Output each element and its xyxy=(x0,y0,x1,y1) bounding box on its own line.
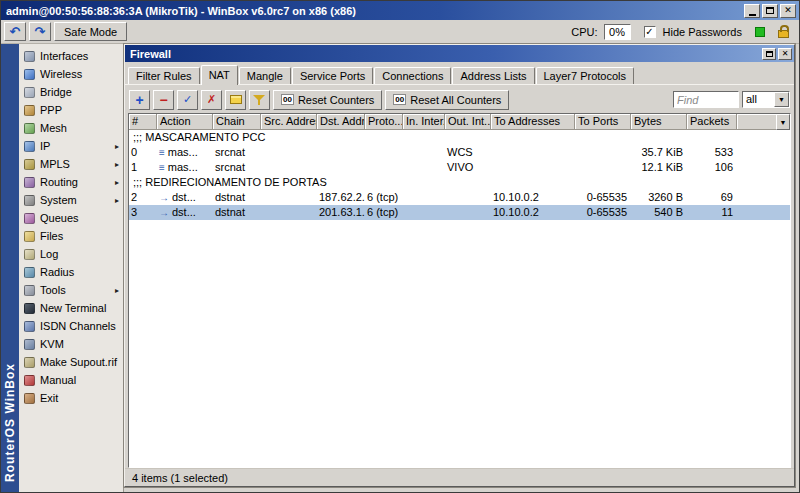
sidebar-item-interfaces[interactable]: Interfaces xyxy=(19,47,123,65)
table-row[interactable]: 2 →dst... dstnat 187.62.2... 6 (tcp) 10.… xyxy=(129,190,790,205)
sidebar-item-exit[interactable]: Exit xyxy=(19,389,123,407)
sidebar-item-radius[interactable]: Radius xyxy=(19,263,123,281)
table-row[interactable]: 0 ≡mas... srcnat WCS 35.7 KiB 533 xyxy=(129,145,790,160)
tab-filter-rules[interactable]: Filter Rules xyxy=(128,67,200,84)
filter-dropdown[interactable]: all ▼ xyxy=(742,91,790,108)
tab-service-ports[interactable]: Service Ports xyxy=(292,67,373,84)
minimize-button[interactable] xyxy=(744,4,760,18)
masquerade-icon: ≡ xyxy=(159,160,165,175)
tab-connections[interactable]: Connections xyxy=(374,67,451,84)
sidebar-item-label: PPP xyxy=(40,104,62,116)
sidebar-item-wireless[interactable]: Wireless xyxy=(19,65,123,83)
col-to-ports[interactable]: To Ports xyxy=(575,114,631,130)
comment-row[interactable]: ;;; REDIRECIONAMENTO DE PORTAS xyxy=(129,175,790,190)
table-row-selected[interactable]: 3 →dst... dstnat 201.63.1... 6 (tcp) 10.… xyxy=(129,205,790,220)
sidebar-item-label: Make Supout.rif xyxy=(40,356,117,368)
minus-icon: − xyxy=(159,93,167,107)
main-toolbar: ↶ ↷ Safe Mode CPU: 0% ✓ Hide Passwords xyxy=(1,20,799,44)
sidebar-item-label: Files xyxy=(40,230,63,242)
cpu-value: 0% xyxy=(604,24,631,40)
sidebar-item-manual[interactable]: Manual xyxy=(19,371,123,389)
col-action[interactable]: Action xyxy=(157,114,213,130)
workspace: Firewall ✕ Filter Rules NAT Mangle Servi… xyxy=(124,44,799,492)
ip-icon xyxy=(24,141,35,152)
col-out-interface[interactable]: Out. Int... xyxy=(445,114,491,130)
add-rule-button[interactable]: + xyxy=(129,90,150,110)
sidebar-item-ppp[interactable]: PPP xyxy=(19,101,123,119)
comment-row[interactable]: ;;; MASCARAMENTO PCC xyxy=(129,130,790,145)
sidebar-item-kvm[interactable]: KVM xyxy=(19,335,123,353)
sidebar-item-bridge[interactable]: Bridge xyxy=(19,83,123,101)
firewall-maximize-button[interactable] xyxy=(762,48,776,60)
sidebar-item-new-terminal[interactable]: New Terminal xyxy=(19,299,123,317)
terminal-icon xyxy=(24,303,35,314)
sidebar-item-make-supout[interactable]: Make Supout.rif xyxy=(19,353,123,371)
submenu-arrow-icon: ▸ xyxy=(115,286,119,295)
cell-protocol: 6 (tcp) xyxy=(365,190,403,205)
col-dst-address[interactable]: Dst. Addr... xyxy=(317,114,365,130)
col-to-addresses[interactable]: To Addresses xyxy=(491,114,575,130)
column-select-button[interactable]: ▼ xyxy=(776,114,790,130)
sidebar-item-isdn-channels[interactable]: ISDN Channels xyxy=(19,317,123,335)
sidebar-item-ip[interactable]: IP▸ xyxy=(19,137,123,155)
tab-layer7-protocols[interactable]: Layer7 Protocols xyxy=(536,67,635,84)
tab-nat[interactable]: NAT xyxy=(201,65,238,85)
chevron-down-icon[interactable]: ▼ xyxy=(774,92,789,107)
cell-src-address xyxy=(261,205,317,220)
reset-all-counters-button[interactable]: 00 Reset All Counters xyxy=(385,90,509,110)
maximize-icon xyxy=(766,7,774,14)
kvm-icon xyxy=(24,339,35,350)
cell-to-ports xyxy=(575,160,631,175)
sidebar-item-mpls[interactable]: MPLS▸ xyxy=(19,155,123,173)
tab-mangle[interactable]: Mangle xyxy=(239,67,291,84)
col-in-interface[interactable]: In. Inter... xyxy=(403,114,445,130)
redo-button[interactable]: ↷ xyxy=(29,22,51,41)
undo-button[interactable]: ↶ xyxy=(4,22,26,41)
sidebar-item-queues[interactable]: Queues xyxy=(19,209,123,227)
col-chain[interactable]: Chain xyxy=(213,114,261,130)
cell-in-interface xyxy=(403,160,445,175)
sidebar-item-system[interactable]: System▸ xyxy=(19,191,123,209)
enable-rule-button[interactable]: ✓ xyxy=(177,90,198,110)
cell-to-addresses: 10.10.0.2 xyxy=(491,190,575,205)
wireless-icon xyxy=(24,69,35,80)
col-src-address[interactable]: Src. Address xyxy=(261,114,317,130)
reset-counters-button[interactable]: 00 Reset Counters xyxy=(273,90,382,110)
sidebar-item-mesh[interactable]: Mesh xyxy=(19,119,123,137)
brand-text: RouterOS WinBox xyxy=(3,363,17,482)
action-text: mas... xyxy=(168,145,198,160)
sidebar-item-routing[interactable]: Routing▸ xyxy=(19,173,123,191)
comment-button[interactable] xyxy=(225,90,246,110)
sidebar-item-tools[interactable]: Tools▸ xyxy=(19,281,123,299)
submenu-arrow-icon: ▸ xyxy=(115,178,119,187)
cell-filler xyxy=(737,190,790,205)
table-row[interactable]: 1 ≡mas... srcnat VIVO 12.1 KiB 106 xyxy=(129,160,790,175)
col-bytes[interactable]: Bytes xyxy=(631,114,687,130)
firewall-close-button[interactable]: ✕ xyxy=(778,48,792,60)
col-packets[interactable]: Packets xyxy=(687,114,737,130)
action-text: mas... xyxy=(168,160,198,175)
cell-action: →dst... xyxy=(157,205,213,220)
col-protocol[interactable]: Proto... xyxy=(365,114,403,130)
close-button[interactable]: ✕ xyxy=(780,4,796,18)
hide-passwords-checkbox[interactable]: ✓ xyxy=(644,26,656,38)
remove-rule-button[interactable]: − xyxy=(153,90,174,110)
safe-mode-button[interactable]: Safe Mode xyxy=(54,22,127,41)
sidebar-item-log[interactable]: Log xyxy=(19,245,123,263)
sidebar-item-label: KVM xyxy=(40,338,64,350)
sidebar-item-label: Exit xyxy=(40,392,58,404)
cell-packets: 11 xyxy=(687,205,737,220)
tab-address-lists[interactable]: Address Lists xyxy=(452,67,534,84)
find-input[interactable] xyxy=(673,91,739,108)
mesh-icon xyxy=(24,123,35,134)
interfaces-icon xyxy=(24,51,35,62)
filter-button[interactable] xyxy=(249,90,270,110)
cell-to-ports: 0-65535 xyxy=(575,190,631,205)
sidebar-item-files[interactable]: Files xyxy=(19,227,123,245)
find-area: all ▼ xyxy=(673,91,790,108)
disable-rule-button[interactable]: ✗ xyxy=(201,90,222,110)
maximize-button[interactable] xyxy=(762,4,778,18)
sidebar-menu: Interfaces Wireless Bridge PPP Mesh IP▸ … xyxy=(19,44,124,492)
col-number[interactable]: # xyxy=(129,114,157,130)
comment-text: ;;; REDIRECIONAMENTO DE PORTAS xyxy=(129,175,790,190)
